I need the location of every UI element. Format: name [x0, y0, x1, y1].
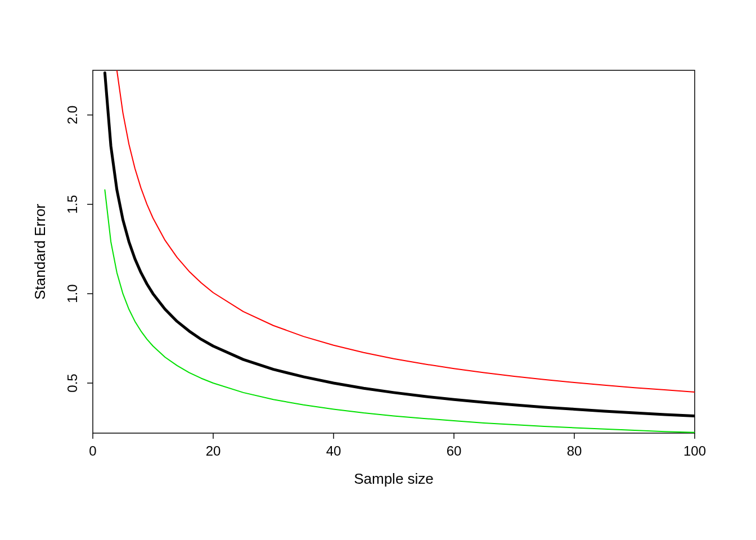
y-tick-label: 1.5 [65, 195, 80, 214]
chart-container: 0204060801000.51.01.52.0Sample sizeStand… [0, 0, 756, 540]
series-line [105, 190, 695, 433]
series-group [105, 0, 695, 433]
y-tick-label: 1.0 [65, 284, 80, 303]
y-tick-label: 2.0 [65, 106, 80, 124]
plot-box [93, 70, 695, 433]
x-tick-label: 0 [89, 443, 96, 458]
x-axis-label: Sample size [354, 470, 434, 487]
x-tick-label: 60 [447, 443, 462, 458]
x-tick-label: 80 [567, 443, 582, 458]
x-tick-label: 40 [326, 443, 341, 458]
x-tick-label: 20 [206, 443, 221, 458]
y-tick-label: 0.5 [65, 374, 80, 392]
y-axis-label: Standard Error [32, 204, 48, 300]
chart-svg: 0204060801000.51.01.52.0Sample sizeStand… [0, 0, 756, 540]
x-tick-label: 100 [683, 443, 706, 458]
series-line [105, 73, 695, 416]
